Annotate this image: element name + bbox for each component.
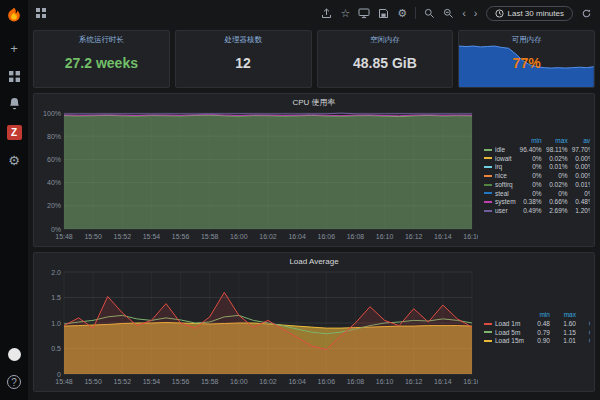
legend-series-steal[interactable]: steal: [482, 190, 518, 199]
legend-value-avg: 0.95: [578, 329, 590, 338]
grafana-logo[interactable]: [4, 6, 24, 26]
x-axis-tick: 15:48: [55, 233, 73, 240]
sidebar-item-configuration[interactable]: ⚙: [3, 149, 25, 171]
zabbix-icon: Z: [7, 125, 22, 140]
legend-col-max[interactable]: max: [552, 311, 578, 320]
legend-value-avg: 0.95: [578, 320, 590, 329]
sidebar-item-zabbix[interactable]: Z: [3, 121, 25, 143]
time-range-picker[interactable]: Last 30 minutes: [486, 6, 573, 21]
share-icon[interactable]: [321, 8, 332, 19]
legend-row: softirq0%0.02%0.01%: [482, 181, 590, 190]
series-area-idle: [64, 115, 472, 229]
series-color-dash-icon: [484, 323, 492, 325]
x-axis-tick: 16:04: [288, 378, 306, 385]
x-axis-tick: 16:08: [347, 378, 365, 385]
time-shift-forward-icon[interactable]: ›: [474, 8, 478, 19]
legend-series-name[interactable]: Load 15m: [495, 337, 524, 344]
legend-row: iowait0%0.02%0.00%: [482, 155, 590, 164]
legend-row: user0.49%2.69%1.20%: [482, 207, 590, 216]
tv-mode-icon[interactable]: [358, 8, 370, 19]
legend-series-load-15m[interactable]: Load 15m: [482, 337, 526, 346]
dashboard-settings-icon[interactable]: ⚙: [397, 8, 407, 19]
legend-row: irq0%0.01%0.00%: [482, 163, 590, 172]
sidebar-item-create[interactable]: +: [3, 37, 25, 59]
legend-row: Load 1m0.481.600.95: [482, 320, 590, 329]
legend-value-max: 0%: [544, 172, 570, 181]
star-icon[interactable]: ☆: [340, 8, 350, 19]
legend-series-irq[interactable]: irq: [482, 163, 518, 172]
cpu-legend: minmaxavgidle96.40%98.11%97.70%iowait0%0…: [478, 109, 590, 244]
legend-value-max: 1.60: [552, 320, 578, 329]
dashboard-picker-grid-icon[interactable]: [36, 8, 46, 18]
sidebar-item-help[interactable]: ?: [3, 371, 25, 393]
legend-series-name[interactable]: idle: [495, 146, 505, 153]
legend-series-system[interactable]: system: [482, 198, 518, 207]
panel-title[interactable]: CPU 使用率: [38, 96, 590, 109]
legend-value-min: 0%: [518, 181, 544, 190]
series-color-dash-icon: [484, 184, 492, 186]
legend-value-avg: 0%: [570, 190, 590, 199]
stat-panel-uptime: 系统运行时长 27.2 weeks: [33, 30, 170, 88]
legend-series-name[interactable]: system: [495, 198, 516, 205]
sidebar-item-dashboards[interactable]: [3, 65, 25, 87]
legend-col-series: [482, 137, 518, 146]
main-column: ☆ ⚙: [28, 0, 600, 400]
zoom-out-icon[interactable]: [443, 8, 454, 19]
load-legend: minmaxavgLoad 1m0.481.600.95Load 5m0.791…: [478, 268, 590, 389]
legend-series-name[interactable]: irq: [495, 163, 502, 170]
legend-col-max[interactable]: max: [544, 137, 570, 146]
cpu-usage-panel: CPU 使用率 100%80%60%40%20%0%15:4815:5015:5…: [33, 93, 595, 247]
legend-series-name[interactable]: nice: [495, 172, 507, 179]
legend-series-idle[interactable]: idle: [482, 146, 518, 155]
x-axis-tick: 15:56: [172, 378, 190, 385]
x-axis-tick: 15:56: [172, 233, 190, 240]
legend-series-name[interactable]: softirq: [495, 181, 513, 188]
legend-col-min[interactable]: min: [518, 137, 544, 146]
y-axis-tick: 80%: [47, 133, 61, 140]
save-icon[interactable]: [378, 8, 389, 19]
cpu-graph-body: 100%80%60%40%20%0%15:4815:5015:5215:5415…: [38, 109, 590, 244]
legend-value-avg: 1.20%: [570, 207, 590, 216]
refresh-icon[interactable]: [581, 8, 592, 19]
legend-series-name[interactable]: Load 1m: [495, 320, 520, 327]
bell-icon: [9, 98, 20, 110]
time-range-label: Last 30 minutes: [508, 9, 564, 18]
stat-value: 48.85 GiB: [353, 55, 417, 71]
legend-series-load-5m[interactable]: Load 5m: [482, 329, 526, 338]
legend-value-min: 0.48: [526, 320, 552, 329]
user-avatar[interactable]: [3, 343, 25, 365]
legend-series-user[interactable]: user: [482, 207, 518, 216]
legend-series-nice[interactable]: nice: [482, 172, 518, 181]
legend-value-max: 0.01%: [544, 163, 570, 172]
panel-title[interactable]: Load Average: [38, 255, 590, 268]
legend-value-min: 0.90: [526, 337, 552, 346]
cpu-chart-canvas[interactable]: 100%80%60%40%20%0%15:4815:5015:5215:5415…: [38, 109, 478, 241]
legend-series-name[interactable]: Load 5m: [495, 329, 520, 336]
sidebar-item-alerting[interactable]: [3, 93, 25, 115]
legend-series-load-1m[interactable]: Load 1m: [482, 320, 526, 329]
x-axis-tick: 16:12: [405, 233, 423, 240]
legend-col-avg[interactable]: avg: [578, 311, 590, 320]
x-axis-tick: 15:52: [114, 378, 132, 385]
search-icon[interactable]: [424, 8, 435, 19]
load-chart-canvas[interactable]: 2.01.51.00.5015:4815:5015:5215:5415:5615…: [38, 268, 478, 386]
time-shift-back-icon[interactable]: ‹: [462, 8, 466, 19]
x-axis-tick: 15:50: [84, 378, 102, 385]
avatar-circle-icon: [8, 348, 21, 361]
load-graph-body: 2.01.51.00.5015:4815:5015:5215:5415:5615…: [38, 268, 590, 389]
legend-col-min[interactable]: min: [526, 311, 552, 320]
series-color-dash-icon: [484, 149, 492, 151]
legend-value-min: 96.40%: [518, 146, 544, 155]
legend-col-avg[interactable]: avg: [570, 137, 590, 146]
stat-value: 12: [235, 55, 251, 71]
legend-series-name[interactable]: user: [495, 207, 508, 214]
legend-series-name[interactable]: steal: [495, 190, 509, 197]
x-axis-tick: 15:58: [201, 378, 219, 385]
topbar-divider: [415, 7, 416, 19]
legend-series-iowait[interactable]: iowait: [482, 155, 518, 164]
series-color-dash-icon: [484, 201, 492, 203]
legend-series-softirq[interactable]: softirq: [482, 181, 518, 190]
y-axis-tick: 1.0: [51, 320, 61, 327]
legend-series-name[interactable]: iowait: [495, 155, 512, 162]
x-axis-tick: 16:02: [259, 233, 277, 240]
